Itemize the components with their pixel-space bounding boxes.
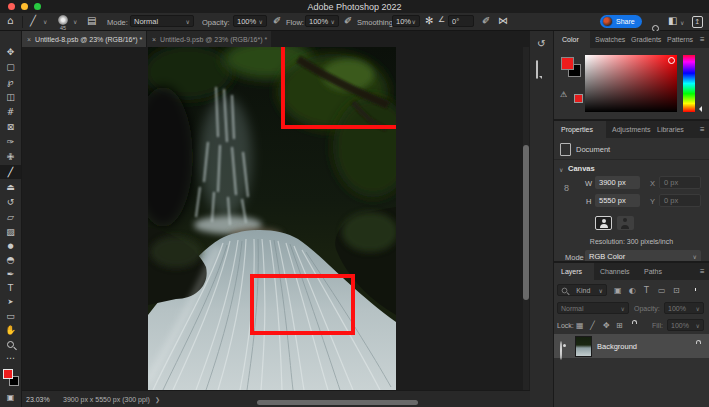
tab-properties[interactable]: Properties bbox=[561, 126, 593, 133]
marquee-tool[interactable]: ▢ bbox=[0, 60, 21, 74]
blur-tool[interactable]: ● bbox=[0, 239, 21, 253]
panel-menu-icon[interactable]: ≡ bbox=[700, 125, 705, 134]
tab-patterns[interactable]: Patterns bbox=[667, 36, 693, 43]
share-button[interactable]: Share bbox=[600, 15, 642, 28]
gamut-warning-icon[interactable]: ⚠ bbox=[560, 91, 567, 99]
color-marker[interactable] bbox=[668, 57, 675, 64]
spot-healing-tool[interactable]: ✙ bbox=[0, 150, 21, 164]
opacity-dropdown[interactable]: 100% ∨ bbox=[233, 15, 267, 27]
document-tab[interactable]: × Untitled-9.psb @ 23% (RGB/16*) * bbox=[146, 31, 271, 47]
tab-channels[interactable]: Channels bbox=[600, 268, 630, 275]
brush-angle-field[interactable]: 0° bbox=[448, 15, 474, 27]
filter-smart-objects-icon[interactable]: ⊡ bbox=[673, 286, 680, 295]
panel-menu-icon[interactable]: ≡ bbox=[700, 267, 705, 276]
canvas-image[interactable] bbox=[148, 47, 396, 390]
canvas-section-label[interactable]: Canvas bbox=[568, 164, 595, 173]
brush-preset-preview[interactable] bbox=[58, 15, 68, 25]
version-history-icon[interactable]: ↺ bbox=[537, 39, 545, 49]
hand-tool[interactable]: ✋ bbox=[0, 323, 21, 337]
hue-slider[interactable] bbox=[683, 55, 695, 112]
chevron-right-icon[interactable]: ❯ bbox=[155, 396, 160, 403]
pen-tool[interactable]: ✒ bbox=[0, 267, 21, 281]
vertical-scrollbar[interactable] bbox=[523, 47, 529, 390]
flow-dropdown[interactable]: 100% ∨ bbox=[305, 15, 339, 27]
zoom-tool[interactable] bbox=[0, 337, 21, 351]
comments-icon[interactable] bbox=[536, 60, 538, 79]
lasso-tool[interactable]: ℘ bbox=[0, 75, 21, 89]
gear-icon[interactable]: ✻ bbox=[425, 16, 433, 26]
home-icon[interactable]: ⌂ bbox=[7, 16, 13, 26]
height-field[interactable]: 5550 px bbox=[595, 194, 640, 207]
constrain-link-icon[interactable]: 8 bbox=[564, 183, 569, 193]
document-tab-active[interactable]: × Untitled-8.psb @ 23% (RGB/16*) * bbox=[22, 31, 146, 47]
close-icon[interactable]: × bbox=[152, 36, 156, 43]
lock-transparency-icon[interactable]: ▦ bbox=[576, 321, 584, 330]
layer-visibility-eye-icon[interactable] bbox=[560, 341, 562, 360]
tab-adjustments[interactable]: Adjustments bbox=[612, 126, 651, 133]
object-selection-tool[interactable]: ◫ bbox=[0, 90, 21, 104]
chevron-down-icon[interactable]: ∨ bbox=[73, 18, 77, 25]
pressure-opacity-icon[interactable]: ✐ bbox=[273, 16, 281, 26]
eraser-tool[interactable]: ▱ bbox=[0, 210, 21, 224]
chevron-down-icon[interactable]: ∨ bbox=[43, 18, 47, 25]
workspace-icon[interactable]: ◧ bbox=[668, 16, 677, 26]
lock-pixels-icon[interactable]: ╱ bbox=[590, 321, 595, 330]
gamut-color-swatch[interactable] bbox=[574, 94, 583, 103]
lock-position-icon[interactable]: ✥ bbox=[603, 321, 610, 330]
brush-settings-panel-icon[interactable]: ▤ bbox=[87, 16, 96, 26]
airbrush-icon[interactable]: ✐ bbox=[344, 16, 352, 26]
history-brush-tool[interactable]: ↺ bbox=[0, 195, 21, 209]
lock-artboard-icon[interactable]: ⊞ bbox=[616, 321, 623, 330]
brush-tool[interactable]: ╱ bbox=[0, 165, 21, 179]
tab-swatches[interactable]: Swatches bbox=[595, 36, 625, 43]
filter-type-layers-icon[interactable]: T bbox=[644, 286, 649, 295]
edit-toolbar-icon[interactable]: ⋯ bbox=[0, 351, 21, 365]
gradient-tool[interactable]: ▨ bbox=[0, 225, 21, 239]
brush-tool-icon[interactable]: ╱ bbox=[30, 16, 36, 26]
panel-menu-icon[interactable]: ≡ bbox=[700, 35, 705, 44]
layer-row-background[interactable]: Background bbox=[554, 334, 709, 358]
rectangle-tool[interactable]: ▭ bbox=[0, 309, 21, 323]
tab-paths[interactable]: Paths bbox=[644, 268, 662, 275]
layer-thumbnail[interactable] bbox=[575, 336, 592, 357]
pressure-size-icon[interactable]: ✐ bbox=[482, 16, 490, 26]
tab-gradients[interactable]: Gradients bbox=[631, 36, 661, 43]
clone-stamp-tool[interactable]: ⏏ bbox=[0, 180, 21, 194]
horizontal-scrollbar-thumb[interactable] bbox=[257, 400, 418, 405]
symmetry-icon[interactable]: ⋈ bbox=[498, 16, 508, 26]
hue-marker[interactable] bbox=[696, 106, 702, 112]
portrait-orientation-button[interactable] bbox=[595, 216, 612, 230]
foreground-color-swatch[interactable] bbox=[3, 369, 13, 379]
screen-mode-icon[interactable]: ▣ bbox=[0, 391, 21, 405]
filter-adjustment-layers-icon[interactable]: ◐ bbox=[629, 286, 636, 295]
layer-filter-dropdown[interactable]: Kind ∨ bbox=[557, 284, 607, 296]
type-tool[interactable]: T bbox=[0, 281, 21, 295]
tab-libraries[interactable]: Libraries bbox=[657, 126, 684, 133]
frame-tool[interactable]: ⊠ bbox=[0, 120, 21, 134]
filter-pixel-layers-icon[interactable]: ▣ bbox=[614, 286, 622, 295]
landscape-orientation-button[interactable] bbox=[617, 216, 634, 230]
chevron-down-icon[interactable]: ∨ bbox=[680, 19, 684, 26]
move-tool[interactable]: ✥ bbox=[0, 45, 21, 59]
eyedropper-tool[interactable]: ✑ bbox=[0, 135, 21, 149]
filter-shape-layers-icon[interactable]: ▭ bbox=[658, 286, 666, 295]
zoom-level[interactable]: 23.03% bbox=[26, 396, 50, 403]
collapse-chevron-icon[interactable]: ∨ bbox=[559, 166, 563, 173]
path-selection-tool[interactable]: ➤ bbox=[0, 295, 21, 309]
crop-tool[interactable]: # bbox=[0, 105, 21, 119]
export-icon[interactable]: ↥ bbox=[692, 16, 703, 28]
tab-layers[interactable]: Layers bbox=[561, 268, 582, 275]
close-icon[interactable]: × bbox=[27, 36, 31, 43]
tab-color[interactable]: Color bbox=[562, 36, 579, 43]
dodge-tool[interactable]: ◓ bbox=[0, 253, 21, 267]
foreground-color-swatch[interactable] bbox=[561, 57, 574, 70]
saturation-brightness-picker[interactable] bbox=[585, 55, 677, 112]
layer-blend-mode-dropdown[interactable]: Normal ∨ bbox=[557, 302, 629, 314]
layer-opacity-dropdown[interactable]: 100% ∨ bbox=[664, 302, 704, 314]
width-field[interactable]: 3900 px bbox=[595, 176, 640, 189]
vertical-scrollbar-thumb[interactable] bbox=[523, 145, 529, 300]
layer-fill-dropdown[interactable]: 100% ∨ bbox=[667, 319, 704, 331]
blend-mode-dropdown[interactable]: Normal ∨ bbox=[130, 15, 194, 27]
layer-name[interactable]: Background bbox=[597, 342, 637, 351]
smoothing-dropdown[interactable]: 10% ∨ bbox=[392, 15, 420, 27]
